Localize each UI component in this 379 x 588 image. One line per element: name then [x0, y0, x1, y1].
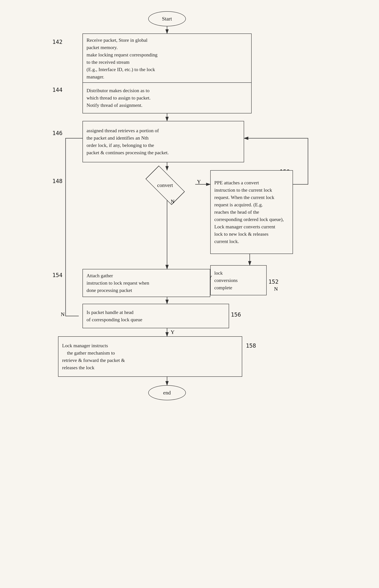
node-156-text: Is packet handle at head of correspondin… [87, 309, 142, 323]
page: Start 142 Receive packet, Store in globa… [0, 0, 379, 588]
label-144: 144 [52, 86, 63, 93]
node-150-text: PPE attaches a convert instruction to th… [214, 179, 284, 245]
node-152: lock conversions complete [210, 265, 267, 295]
node-144-text: Distributor makes decision as to which t… [87, 87, 151, 109]
label-158: 158 [246, 342, 256, 349]
node-144: Distributor makes decision as to which t… [82, 82, 252, 113]
flowchart: Start 142 Receive packet, Store in globa… [20, 8, 359, 581]
node-142: Receive packet, Store in global packet m… [82, 34, 252, 84]
start-label: Start [162, 15, 172, 22]
label-152: 152 [268, 278, 279, 285]
node-154-text: Attach gather instruction to lock reques… [87, 272, 149, 294]
n-label-152: N [274, 286, 278, 292]
label-148: 148 [52, 178, 63, 184]
label-142: 142 [52, 39, 63, 45]
end-node: end [148, 385, 186, 400]
node-146-text: assigned thread retrieves a portion of t… [87, 127, 169, 156]
n-label-148: N [171, 199, 174, 204]
node-156: Is packet handle at head of correspondin… [82, 304, 229, 328]
node-152-text: lock conversions complete [214, 269, 238, 291]
node-158-text: Lock manager instructs the gather mechan… [62, 342, 125, 371]
y-label-148: Y [197, 179, 201, 185]
label-156: 156 [231, 311, 241, 318]
label-146: 146 [52, 130, 63, 136]
end-label: end [163, 389, 171, 396]
node-154: Attach gather instruction to lock reques… [82, 269, 210, 297]
node-148: convert [133, 170, 197, 200]
node-146: assigned thread retrieves a portion of t… [82, 121, 244, 162]
n-label-156: N [61, 311, 65, 317]
start-node: Start [148, 11, 186, 26]
y-label-156: Y [171, 329, 174, 335]
node-142-text: Receive packet, Store in global packet m… [87, 36, 158, 81]
node-150: PPE attaches a convert instruction to th… [210, 170, 293, 254]
label-154: 154 [52, 272, 63, 278]
node-158: Lock manager instructs the gather mechan… [58, 336, 242, 377]
node-148-text: convert [157, 182, 173, 189]
